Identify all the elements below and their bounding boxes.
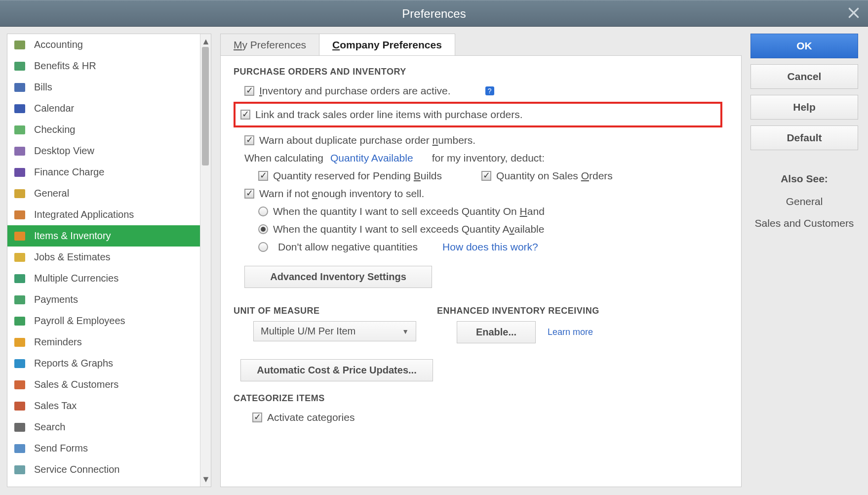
- sidebar-item-reports-graphs[interactable]: Reports & Graphs: [7, 353, 200, 374]
- sidebar-item-reminders[interactable]: Reminders: [7, 331, 200, 353]
- sidebar-item-label: Jobs & Estimates: [34, 251, 111, 263]
- sidebar-item-sales-customers[interactable]: Sales & Customers: [7, 374, 200, 395]
- radio-exceeds-on-hand[interactable]: [258, 206, 268, 216]
- checkbox-link-track-so-po[interactable]: [240, 110, 250, 120]
- select-uom-value: Multiple U/M Per Item: [261, 326, 355, 337]
- tab-my-label: y Preferences: [242, 39, 307, 50]
- also-see-general[interactable]: General: [750, 196, 858, 207]
- sidebar-item-label: Reports & Graphs: [34, 358, 113, 369]
- sidebar-item-icon: [14, 189, 25, 198]
- label-warn-not-enough: Warn if not enough inventory to sell.: [259, 188, 424, 200]
- sidebar-item-label: Payments: [34, 294, 78, 305]
- sidebar-item-desktop-view[interactable]: Desktop View: [7, 140, 200, 162]
- sidebar-item-label: Sales Tax: [34, 400, 77, 412]
- checkbox-inventory-active[interactable]: [244, 86, 254, 96]
- sidebar-item-icon: [14, 147, 25, 156]
- link-quantity-available[interactable]: Quantity Available: [330, 152, 413, 164]
- sidebar-item-label: Checking: [34, 124, 75, 135]
- tab-my-preferences[interactable]: My Preferences: [220, 34, 319, 56]
- sidebar-item-benefits-hr[interactable]: Benefits & HR: [7, 55, 200, 77]
- tab-company-preferences[interactable]: Company Preferences: [319, 34, 455, 56]
- sidebar-item-label: Payroll & Employees: [34, 315, 125, 327]
- sidebar-item-label: Search: [34, 421, 65, 433]
- sidebar-item-finance-charge[interactable]: Finance Charge: [7, 162, 200, 183]
- sidebar-item-label: Benefits & HR: [34, 60, 96, 72]
- label-inventory-active: Inventory and purchase orders are active…: [259, 85, 451, 97]
- dialog-body: AccountingBenefits & HRBillsCalendarChec…: [0, 27, 868, 495]
- sidebar-item-icon: [14, 274, 25, 283]
- sidebar-scrollbar[interactable]: ▲ ▼: [200, 34, 211, 487]
- sidebar-item-icon: [14, 359, 25, 368]
- sidebar-item-label: Reminders: [34, 336, 82, 348]
- sidebar-item-icon: [14, 423, 25, 432]
- checkbox-qty-reserved-pending-builds[interactable]: [258, 171, 268, 181]
- tab-company-label: ompany Preferences: [340, 39, 442, 50]
- radio-exceeds-available[interactable]: [258, 224, 268, 234]
- scroll-down-icon[interactable]: ▼: [200, 474, 211, 485]
- sidebar-item-icon: [14, 83, 25, 92]
- sidebar-item-calendar[interactable]: Calendar: [7, 98, 200, 119]
- sidebar-item-integrated-applications[interactable]: Integrated Applications: [7, 204, 200, 225]
- sidebar-item-jobs-estimates[interactable]: Jobs & Estimates: [7, 247, 200, 268]
- highlighted-option: Link and track sales order line items wi…: [234, 102, 722, 127]
- preferences-window: Preferences AccountingBenefits & HRBills…: [0, 0, 868, 495]
- label-when-calculating: When calculating: [244, 152, 323, 164]
- button-advanced-inventory-settings[interactable]: Advanced Inventory Settings: [244, 266, 432, 288]
- tab-bar: My Preferences Company Preferences: [220, 34, 742, 56]
- sidebar-item-items-inventory[interactable]: Items & Inventory: [7, 225, 200, 247]
- scroll-up-icon[interactable]: ▲: [200, 36, 211, 47]
- label-link-track-so-po: Link and track sales order line items wi…: [255, 109, 523, 121]
- section-heading-uom: UNIT OF MEASURE: [234, 306, 416, 316]
- sidebar-item-icon: [14, 104, 25, 113]
- sidebar-item-payroll-employees[interactable]: Payroll & Employees: [7, 310, 200, 331]
- section-heading-categorize: CATEGORIZE ITEMS: [234, 393, 722, 404]
- cancel-button[interactable]: Cancel: [750, 64, 858, 89]
- sidebar-item-send-forms[interactable]: Send Forms: [7, 438, 200, 459]
- button-enable-eir[interactable]: Enable...: [457, 321, 536, 343]
- help-icon[interactable]: ?: [485, 86, 494, 95]
- link-learn-more-eir[interactable]: Learn more: [548, 327, 593, 337]
- checkbox-warn-duplicate-po[interactable]: [244, 135, 254, 145]
- sidebar-item-sales-tax[interactable]: Sales Tax: [7, 395, 200, 416]
- sidebar-item-icon: [14, 295, 25, 304]
- checkbox-qty-on-sales-orders[interactable]: [481, 171, 491, 181]
- button-auto-cost-price-updates[interactable]: Automatic Cost & Price Updates...: [240, 359, 433, 381]
- sidebar-item-bills[interactable]: Bills: [7, 77, 200, 98]
- default-button[interactable]: Default: [750, 125, 858, 150]
- label-activate-categories: Activate categories: [267, 412, 355, 423]
- sidebar-item-multiple-currencies[interactable]: Multiple Currencies: [7, 268, 200, 289]
- section-heading-eir: ENHANCED INVENTORY RECEIVING: [437, 306, 599, 316]
- select-unit-of-measure[interactable]: Multiple U/M Per Item ▼: [253, 321, 416, 341]
- sidebar-item-icon: [14, 338, 25, 347]
- sidebar-item-payments[interactable]: Payments: [7, 289, 200, 310]
- ok-button[interactable]: OK: [750, 34, 858, 58]
- sidebar-item-icon: [14, 125, 25, 134]
- checkbox-warn-not-enough[interactable]: [244, 189, 254, 199]
- sidebar-item-label: Finance Charge: [34, 166, 104, 178]
- link-how-does-this-work[interactable]: How does this work?: [442, 241, 538, 253]
- sidebar-item-label: Send Forms: [34, 443, 88, 454]
- checkbox-activate-categories[interactable]: [252, 412, 262, 422]
- label-qty-reserved-pending-builds: Quantity reserved for Pending Builds: [273, 170, 442, 182]
- section-heading-po: PURCHASE ORDERS AND INVENTORY: [234, 67, 722, 77]
- sidebar-item-icon: [14, 62, 25, 71]
- sidebar-item-service-connection[interactable]: Service Connection: [7, 459, 200, 480]
- sidebar-item-general[interactable]: General: [7, 183, 200, 204]
- category-sidebar: AccountingBenefits & HRBillsCalendarChec…: [7, 34, 211, 487]
- sidebar-item-label: Calendar: [34, 103, 74, 114]
- sidebar-item-label: Desktop View: [34, 145, 94, 157]
- radio-no-negative[interactable]: [258, 242, 268, 252]
- sidebar-item-checking[interactable]: Checking: [7, 119, 200, 140]
- also-see: Also See: General Sales and Customers: [750, 173, 858, 229]
- scroll-thumb[interactable]: [202, 47, 209, 165]
- also-see-sales-customers[interactable]: Sales and Customers: [750, 217, 858, 229]
- label-warn-duplicate-po: Warn about duplicate purchase order numb…: [259, 134, 475, 146]
- help-button[interactable]: Help: [750, 95, 858, 120]
- company-preferences-panel: PURCHASE ORDERS AND INVENTORY Inventory …: [220, 55, 742, 487]
- sidebar-item-icon: [14, 253, 25, 262]
- sidebar-item-icon: [14, 380, 25, 389]
- close-icon[interactable]: [847, 6, 860, 19]
- label-qty-on-sales-orders: Quantity on Sales Orders: [496, 170, 613, 182]
- sidebar-item-search[interactable]: Search: [7, 416, 200, 438]
- sidebar-item-accounting[interactable]: Accounting: [7, 34, 200, 55]
